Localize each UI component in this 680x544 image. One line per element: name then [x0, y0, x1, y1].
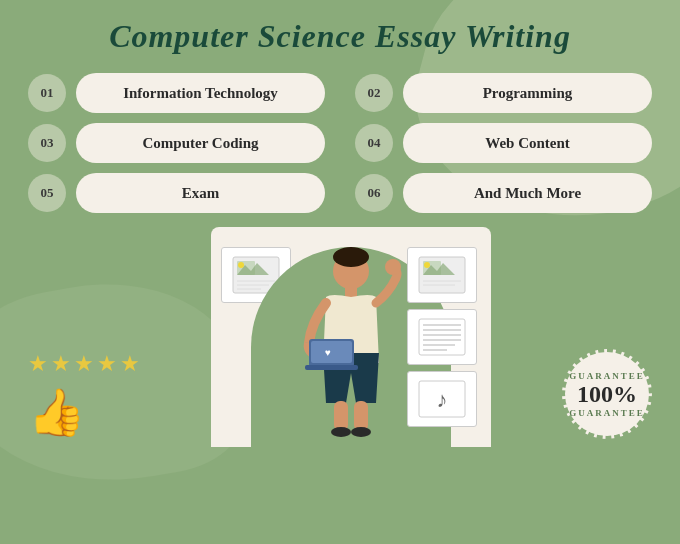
thumbs-up-icon: 👍: [28, 385, 85, 439]
list-item: 02 Programming: [355, 73, 652, 113]
star-5: ★: [120, 351, 140, 377]
page-title: Computer Science Essay Writing: [28, 18, 652, 55]
svg-point-3: [238, 262, 244, 268]
item-label-2: Programming: [403, 73, 652, 113]
svg-rect-18: [305, 365, 358, 370]
star-rating: ★ ★ ★ ★ ★: [28, 351, 140, 377]
item-label-1: Information Technology: [76, 73, 325, 113]
item-number-5: 05: [28, 174, 66, 212]
svg-text:♥: ♥: [325, 347, 331, 358]
illustration-area: ♥: [211, 227, 491, 447]
svg-point-12: [331, 427, 351, 437]
badge-container: GUARANTEE 100% GUARANTEE: [562, 349, 652, 439]
item-number-1: 01: [28, 74, 66, 112]
star-2: ★: [51, 351, 71, 377]
rating-area: ★ ★ ★ ★ ★ 👍: [28, 351, 140, 439]
star-3: ★: [74, 351, 94, 377]
item-label-4: Web Content: [403, 123, 652, 163]
item-number-4: 04: [355, 124, 393, 162]
items-grid: 01 Information Technology 02 Programming…: [28, 73, 652, 213]
list-item: 01 Information Technology: [28, 73, 325, 113]
svg-rect-10: [334, 401, 348, 431]
svg-point-22: [424, 262, 430, 268]
svg-point-8: [333, 247, 369, 267]
badge-top-text: GUARANTEE: [569, 371, 645, 381]
person-illustration: ♥: [281, 243, 421, 447]
svg-rect-16: [311, 341, 352, 363]
item-label-5: Exam: [76, 173, 325, 213]
list-item: 04 Web Content: [355, 123, 652, 163]
guarantee-badge: GUARANTEE 100% GUARANTEE: [562, 349, 652, 439]
svg-point-13: [351, 427, 371, 437]
item-number-6: 06: [355, 174, 393, 212]
badge-bottom-text: GUARANTEE: [569, 408, 645, 418]
item-number-3: 03: [28, 124, 66, 162]
badge-percent: 100%: [577, 381, 637, 408]
svg-rect-9: [345, 287, 357, 297]
svg-rect-11: [354, 401, 368, 431]
star-1: ★: [28, 351, 48, 377]
list-item: 06 And Much More: [355, 173, 652, 213]
item-label-6: And Much More: [403, 173, 652, 213]
bottom-section: ★ ★ ★ ★ ★ 👍: [28, 227, 652, 447]
item-number-2: 02: [355, 74, 393, 112]
svg-text:♪: ♪: [437, 387, 448, 412]
svg-point-14: [385, 259, 401, 275]
list-item: 03 Computer Coding: [28, 123, 325, 163]
item-label-3: Computer Coding: [76, 123, 325, 163]
list-item: 05 Exam: [28, 173, 325, 213]
star-4: ★: [97, 351, 117, 377]
